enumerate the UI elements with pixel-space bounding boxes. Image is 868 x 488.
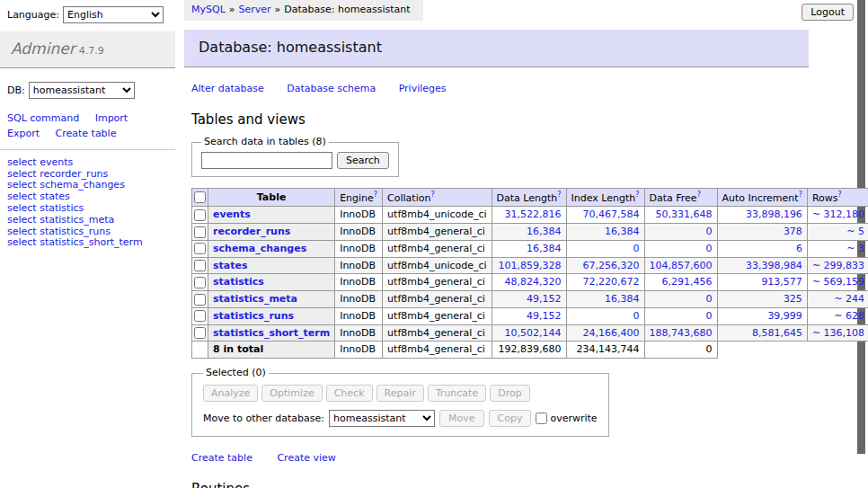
- rows-link[interactable]: ~ 136,108: [812, 327, 864, 339]
- data-length-link[interactable]: 101,859,328: [499, 260, 562, 271]
- rows-link[interactable]: ~ 244: [834, 293, 864, 305]
- rows-link[interactable]: ~ 569,159: [812, 276, 864, 288]
- db-select[interactable]: homeassistant: [29, 82, 135, 99]
- auto-increment-link[interactable]: 913,577: [761, 276, 802, 288]
- row-checkbox[interactable]: [194, 243, 206, 254]
- table-name-link[interactable]: statistics_short_term: [213, 327, 330, 339]
- auto-increment-link[interactable]: 6: [796, 243, 802, 254]
- select-all-checkbox[interactable]: [194, 191, 206, 203]
- row-checkbox[interactable]: [194, 294, 206, 306]
- rows-link[interactable]: ~ 312,180: [812, 209, 864, 220]
- analyze-button[interactable]: Analyze: [203, 385, 258, 402]
- data-length-link[interactable]: 16,384: [527, 243, 562, 254]
- search-input[interactable]: [201, 152, 332, 169]
- index-length-link[interactable]: 16,384: [605, 226, 640, 237]
- data-free-link[interactable]: 0: [706, 293, 713, 305]
- copy-button[interactable]: Copy: [489, 410, 532, 427]
- index-length-link[interactable]: 72,220,672: [583, 276, 640, 288]
- collation-help-icon[interactable]: ?: [430, 191, 434, 199]
- breadcrumb-mysql-link[interactable]: MySQL: [191, 4, 226, 15]
- data-free-link[interactable]: 0: [706, 226, 713, 237]
- data-length-cell: 16,384: [492, 240, 566, 257]
- table-name-link[interactable]: schema_changes: [213, 243, 306, 254]
- auto-increment-link[interactable]: 33,398,984: [746, 260, 802, 271]
- engine-help-icon[interactable]: ?: [374, 191, 377, 199]
- data-length-link[interactable]: 31,522,816: [505, 209, 562, 220]
- data-length-link[interactable]: 48,824,320: [505, 276, 562, 288]
- data-length-link[interactable]: 49,152: [527, 293, 562, 305]
- index-length-link[interactable]: 0: [633, 243, 640, 254]
- database-schema-link[interactable]: Database schema: [287, 83, 376, 94]
- row-select-cell: [192, 307, 208, 324]
- check-button[interactable]: Check: [326, 385, 373, 402]
- table-name-link[interactable]: states: [213, 260, 248, 271]
- create-view-link[interactable]: Create view: [277, 452, 335, 464]
- table-name-link[interactable]: statistics_runs: [213, 310, 294, 322]
- breadcrumb-server-link[interactable]: Server: [239, 4, 271, 15]
- repair-button[interactable]: Repair: [376, 385, 424, 402]
- rows-help-icon[interactable]: ?: [837, 191, 841, 199]
- overwrite-label[interactable]: overwrite: [550, 413, 597, 424]
- alter-database-link[interactable]: Alter database: [191, 83, 264, 94]
- sidebar-item-select-statistics_meta[interactable]: select statistics_meta: [7, 215, 175, 226]
- drop-button[interactable]: Drop: [490, 385, 529, 402]
- data-length-link[interactable]: 49,152: [527, 310, 562, 322]
- sidebar-item-select-statistics_short_term[interactable]: select statistics_short_term: [7, 237, 175, 249]
- overwrite-checkbox[interactable]: [536, 413, 547, 424]
- auto-increment-link[interactable]: 33,898,196: [746, 209, 802, 220]
- sidebar-link-import[interactable]: Import: [95, 112, 128, 125]
- data-free-help-icon[interactable]: ?: [697, 191, 701, 199]
- rows-link[interactable]: ~ 628: [834, 310, 864, 322]
- table-name-link[interactable]: statistics_meta: [213, 293, 297, 305]
- data-free-link[interactable]: 104,857,600: [650, 260, 713, 271]
- row-checkbox[interactable]: [194, 260, 206, 271]
- data-free-link[interactable]: 0: [706, 243, 713, 254]
- rows-link[interactable]: ~ 299,833: [812, 260, 864, 271]
- rows-link[interactable]: ~ 3: [846, 243, 864, 254]
- selected-legend: Selected (0): [203, 367, 269, 379]
- move-db-select[interactable]: homeassistant: [329, 410, 435, 427]
- sidebar-link-sql-command[interactable]: SQL command: [7, 112, 79, 125]
- data-free-link[interactable]: 50,331,648: [656, 209, 713, 220]
- auto-increment-link[interactable]: 8,581,645: [752, 327, 802, 339]
- row-checkbox[interactable]: [194, 209, 206, 221]
- data-length-link[interactable]: 16,384: [527, 226, 562, 237]
- index-length-link[interactable]: 16,384: [605, 293, 640, 305]
- rows-link[interactable]: ~ 5: [846, 226, 864, 237]
- index-length-link[interactable]: 67,256,320: [583, 260, 640, 271]
- table-name-link[interactable]: recorder_runs: [213, 226, 290, 237]
- data-length-link[interactable]: 10,502,144: [505, 327, 562, 339]
- auto-increment-link[interactable]: 39,999: [767, 310, 802, 322]
- index-length-link[interactable]: 0: [633, 310, 640, 322]
- data-free-link[interactable]: 188,743,680: [650, 327, 713, 339]
- index-length-link[interactable]: 24,166,400: [583, 327, 640, 339]
- table-name-link[interactable]: events: [213, 209, 251, 220]
- sidebar-item-select-statistics[interactable]: select statistics: [7, 203, 175, 215]
- sidebar-link-create-table[interactable]: Create table: [56, 128, 117, 140]
- privileges-link[interactable]: Privileges: [399, 83, 447, 94]
- truncate-button[interactable]: Truncate: [428, 385, 486, 402]
- sidebar-link-export[interactable]: Export: [7, 128, 40, 140]
- data-free-link[interactable]: 0: [706, 310, 713, 322]
- sidebar-item-select-events[interactable]: select events: [7, 157, 175, 169]
- auto-increment-help-icon[interactable]: ?: [799, 191, 802, 199]
- table-name-link[interactable]: statistics: [213, 276, 264, 288]
- index-length-help-icon[interactable]: ?: [635, 191, 639, 199]
- optimize-button[interactable]: Optimize: [261, 385, 322, 402]
- row-checkbox[interactable]: [194, 310, 206, 322]
- search-button[interactable]: Search: [337, 152, 389, 169]
- move-button[interactable]: Move: [439, 410, 484, 427]
- data-length-help-icon[interactable]: ?: [557, 191, 561, 199]
- table-name-cell: statistics_runs: [208, 307, 335, 324]
- auto-increment-link[interactable]: 378: [784, 226, 802, 237]
- row-checkbox[interactable]: [194, 327, 206, 339]
- logout-button[interactable]: Logout: [802, 4, 854, 21]
- row-checkbox[interactable]: [194, 277, 206, 288]
- language-select[interactable]: English: [63, 6, 164, 23]
- data-free-link[interactable]: 6,291,456: [662, 276, 713, 288]
- row-checkbox[interactable]: [194, 226, 206, 238]
- create-table-link[interactable]: Create table: [191, 452, 252, 464]
- auto-increment-link[interactable]: 325: [784, 293, 802, 305]
- move-label: Move to other database:: [203, 413, 324, 424]
- index-length-link[interactable]: 70,467,584: [583, 209, 640, 220]
